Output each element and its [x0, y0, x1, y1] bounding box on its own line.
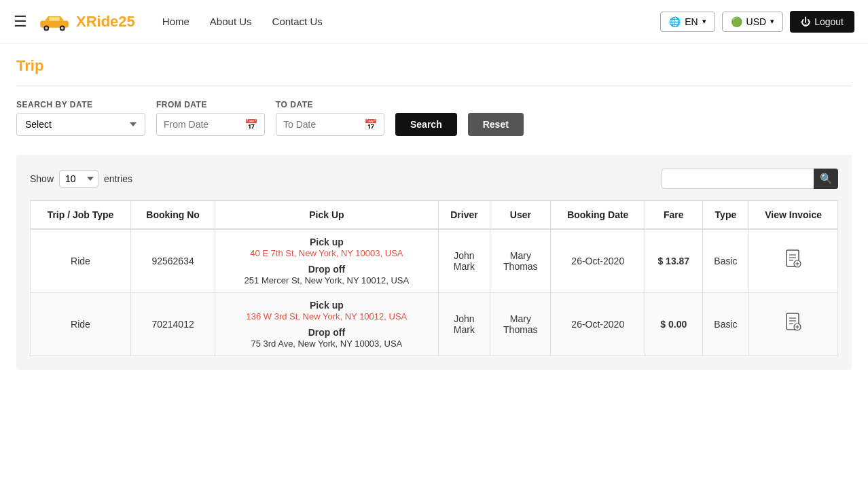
page-title: Trip — [16, 57, 852, 75]
cell-driver-1: JohnMark — [438, 293, 490, 356]
logout-label: Logout — [814, 16, 844, 27]
cell-booking-date-0: 26-Oct-2020 — [551, 229, 645, 293]
show-label: Show — [30, 173, 54, 184]
page-content: Trip SEARCH BY DATE Select FROM DATE 📅 T… — [0, 44, 868, 383]
cell-invoice-0[interactable] — [749, 229, 838, 293]
invoice-icon-0[interactable] — [785, 255, 801, 272]
from-date-label: FROM DATE — [156, 100, 265, 109]
from-date-wrap: 📅 — [156, 113, 265, 136]
search-by-date-group: SEARCH BY DATE Select — [16, 100, 145, 136]
pickup-label-0: Pick up — [310, 237, 344, 247]
currency-label: USD — [746, 16, 767, 27]
entries-select[interactable]: 10 25 50 100 — [59, 170, 98, 188]
table-row: Ride 70214012 Pick up 136 W 3rd St, New … — [31, 293, 838, 356]
cell-booking-no-0: 92562634 — [131, 229, 215, 293]
entries-label: entries — [104, 173, 132, 184]
cell-driver-0: JohnMark — [438, 229, 490, 293]
filter-row: SEARCH BY DATE Select FROM DATE 📅 TO DAT… — [16, 100, 852, 136]
cell-user-0: MaryThomas — [490, 229, 551, 293]
dropoff-label-0: Drop off — [308, 264, 345, 275]
nav-contact[interactable]: Contact Us — [272, 16, 323, 27]
table-header-row: Trip / Job Type Booking No Pick Up Drive… — [31, 201, 838, 229]
cell-fare-0: $ 13.87 — [645, 229, 702, 293]
dropoff-address-1: 75 3rd Ave, New York, NY 10003, USA — [251, 339, 402, 349]
cell-trip-type-1: Ride — [31, 293, 131, 356]
svg-rect-5 — [49, 17, 60, 20]
cell-user-1: MaryThomas — [490, 293, 551, 356]
search-by-date-label: SEARCH BY DATE — [16, 100, 145, 109]
col-fare: Fare — [645, 201, 702, 229]
nav-links: Home About Us Contact Us — [162, 16, 660, 27]
nav-right: 🌐 EN ▾ 🟢 USD ▾ ⏻ Logout — [660, 11, 854, 33]
pickup-address-0: 40 E 7th St, New York, NY 10003, USA — [250, 248, 403, 258]
language-chevron-icon: ▾ — [702, 17, 706, 26]
to-date-label: TO DATE — [276, 100, 384, 109]
col-booking-date: Booking Date — [551, 201, 645, 229]
svg-point-2 — [45, 27, 48, 29]
cell-booking-date-1: 26-Oct-2020 — [551, 293, 645, 356]
to-date-group: TO DATE 📅 — [276, 100, 384, 136]
invoice-icon-1[interactable] — [785, 318, 801, 335]
table-search-input[interactable] — [662, 169, 838, 189]
to-date-input[interactable] — [276, 113, 384, 136]
col-type: Type — [702, 201, 749, 229]
cell-invoice-1[interactable] — [749, 293, 838, 356]
language-button[interactable]: 🌐 EN ▾ — [660, 12, 715, 32]
search-icon: 🔍 — [820, 173, 833, 185]
table-controls: Show 10 25 50 100 entries 🔍 — [30, 169, 838, 189]
logo-text: XRide25 — [76, 13, 135, 31]
col-user: User — [490, 201, 551, 229]
power-icon: ⏻ — [801, 16, 810, 27]
logo-car-icon — [37, 11, 72, 33]
cell-type-1: Basic — [702, 293, 749, 356]
language-flag-icon: 🌐 — [669, 16, 681, 27]
navbar: ☰ XRide25 Home About Us Contact Us 🌐 EN … — [0, 0, 868, 44]
cell-pickup-0: Pick up 40 E 7th St, New York, NY 10003,… — [215, 229, 439, 293]
dropoff-address-0: 251 Mercer St, New York, NY 10012, USA — [245, 275, 410, 285]
logout-button[interactable]: ⏻ Logout — [790, 11, 854, 33]
from-date-input[interactable] — [156, 113, 265, 136]
cell-fare-1: $ 0.00 — [645, 293, 702, 356]
table-search-wrap: 🔍 — [662, 169, 838, 189]
currency-button[interactable]: 🟢 USD ▾ — [722, 12, 784, 32]
nav-home[interactable]: Home — [162, 16, 189, 27]
table-search-button[interactable]: 🔍 — [814, 169, 838, 189]
pickup-address-1: 136 W 3rd St, New York, NY 10012, USA — [246, 311, 407, 322]
show-entries: Show 10 25 50 100 entries — [30, 170, 132, 188]
currency-chevron-icon: ▾ — [770, 17, 774, 26]
col-trip-type: Trip / Job Type — [31, 201, 131, 229]
pickup-label-1: Pick up — [310, 300, 344, 311]
language-label: EN — [685, 16, 698, 27]
hamburger-icon[interactable]: ☰ — [14, 13, 27, 31]
table-row: Ride 92562634 Pick up 40 E 7th St, New Y… — [31, 229, 838, 293]
cell-pickup-1: Pick up 136 W 3rd St, New York, NY 10012… — [215, 293, 439, 356]
to-date-wrap: 📅 — [276, 113, 384, 136]
from-date-group: FROM DATE 📅 — [156, 100, 265, 136]
search-by-date-select[interactable]: Select — [16, 113, 145, 136]
reset-button[interactable]: Reset — [468, 113, 524, 136]
cell-booking-no-1: 70214012 — [131, 293, 215, 356]
divider — [16, 86, 852, 86]
cell-type-0: Basic — [702, 229, 749, 293]
data-table: Trip / Job Type Booking No Pick Up Drive… — [30, 200, 838, 356]
col-booking-no: Booking No — [131, 201, 215, 229]
nav-about[interactable]: About Us — [210, 16, 252, 27]
col-view-invoice: View Invoice — [749, 201, 838, 229]
search-button[interactable]: Search — [395, 113, 457, 136]
col-pickup: Pick Up — [215, 201, 439, 229]
col-driver: Driver — [438, 201, 490, 229]
svg-point-4 — [61, 27, 64, 29]
logo: XRide25 — [37, 11, 135, 33]
cell-trip-type-0: Ride — [31, 229, 131, 293]
dropoff-label-1: Drop off — [308, 327, 345, 338]
currency-flag-icon: 🟢 — [731, 16, 742, 27]
table-section: Show 10 25 50 100 entries 🔍 Trip — [16, 155, 852, 370]
